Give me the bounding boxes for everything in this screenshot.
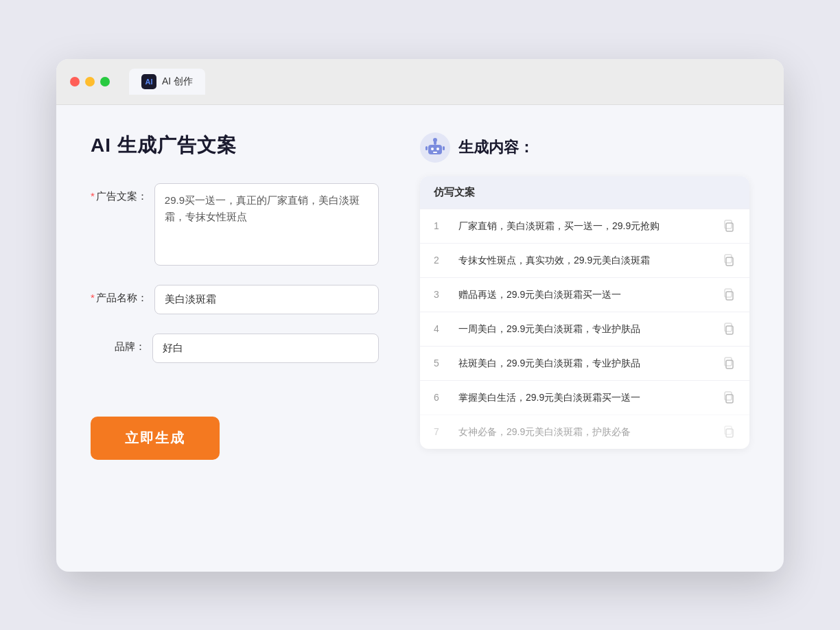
- minimize-button[interactable]: [85, 77, 95, 86]
- close-button[interactable]: [70, 77, 80, 86]
- copy-icon-5[interactable]: [722, 356, 736, 370]
- browser-tab[interactable]: AI AI 创作: [129, 69, 205, 95]
- row-num-2: 2: [434, 255, 447, 266]
- maximize-button[interactable]: [100, 77, 110, 86]
- brand-input[interactable]: [152, 334, 379, 363]
- browser-window: AI AI 创作 AI 生成广告文案 *广告文案： 29.9买一送一，真正的厂家…: [56, 59, 784, 572]
- result-table: 仿写文案 1 厂家直销，美白淡斑霜，买一送一，29.9元抢购 2 专抹女性斑点，…: [420, 176, 749, 449]
- table-header: 仿写文案: [420, 176, 749, 209]
- result-header: 生成内容：: [420, 132, 749, 163]
- result-row-1: 1 厂家直销，美白淡斑霜，买一送一，29.9元抢购: [420, 209, 749, 243]
- row-text-6: 掌握美白生活，29.9元美白淡斑霜买一送一: [458, 390, 711, 405]
- tab-label: AI 创作: [162, 75, 193, 88]
- copy-icon-3[interactable]: [722, 288, 736, 301]
- right-panel: 生成内容： 仿写文案 1 厂家直销，美白淡斑霜，买一送一，29.9元抢购 2 专…: [420, 132, 749, 544]
- ad-copy-required: *: [91, 190, 95, 202]
- page-title: AI 生成广告文案: [91, 132, 379, 159]
- svg-rect-4: [433, 152, 437, 153]
- result-row-4: 4 一周美白，29.9元美白淡斑霜，专业护肤品: [420, 312, 749, 346]
- brand-group: 品牌：: [91, 334, 379, 363]
- copy-icon-4[interactable]: [722, 322, 736, 336]
- ad-copy-group: *广告文案： 29.9买一送一，真正的厂家直销，美白淡斑霜，专抹女性斑点: [91, 183, 379, 266]
- left-panel: AI 生成广告文案 *广告文案： 29.9买一送一，真正的厂家直销，美白淡斑霜，…: [91, 132, 379, 544]
- svg-rect-8: [443, 146, 445, 150]
- result-row-5: 5 祛斑美白，29.9元美白淡斑霜，专业护肤品: [420, 346, 749, 380]
- copy-icon-1[interactable]: [722, 219, 736, 233]
- row-num-6: 6: [434, 392, 447, 403]
- result-title: 生成内容：: [458, 137, 534, 158]
- product-required: *: [91, 292, 95, 303]
- ad-copy-input[interactable]: 29.9买一送一，真正的厂家直销，美白淡斑霜，专抹女性斑点: [154, 183, 379, 266]
- row-num-5: 5: [434, 358, 447, 369]
- row-text-5: 祛斑美白，29.9元美白淡斑霜，专业护肤品: [458, 356, 711, 371]
- svg-point-6: [433, 138, 437, 142]
- generate-button[interactable]: 立即生成: [91, 417, 220, 460]
- traffic-lights: [70, 77, 110, 86]
- copy-icon-2[interactable]: [722, 253, 736, 267]
- row-num-3: 3: [434, 289, 447, 300]
- row-num-7: 7: [434, 426, 447, 437]
- svg-rect-2: [431, 148, 434, 150]
- product-name-group: *产品名称：: [91, 285, 379, 314]
- result-row-2: 2 专抹女性斑点，真实功效，29.9元美白淡斑霜: [420, 243, 749, 277]
- ad-copy-label: *广告文案：: [91, 183, 148, 203]
- row-num-1: 1: [434, 220, 447, 231]
- row-text-4: 一周美白，29.9元美白淡斑霜，专业护肤品: [458, 322, 711, 336]
- titlebar: AI AI 创作: [56, 59, 784, 105]
- browser-content: AI 生成广告文案 *广告文案： 29.9买一送一，真正的厂家直销，美白淡斑霜，…: [56, 105, 784, 572]
- result-row-7: 7 女神必备，29.9元美白淡斑霜，护肤必备: [420, 415, 749, 449]
- row-text-2: 专抹女性斑点，真实功效，29.9元美白淡斑霜: [458, 253, 711, 268]
- svg-rect-7: [425, 146, 428, 150]
- result-row-6: 6 掌握美白生活，29.9元美白淡斑霜买一送一: [420, 380, 749, 415]
- row-text-1: 厂家直销，美白淡斑霜，买一送一，29.9元抢购: [458, 219, 711, 233]
- copy-icon-7[interactable]: [722, 425, 736, 439]
- ai-tab-icon: AI: [141, 74, 156, 89]
- row-text-7: 女神必备，29.9元美白淡斑霜，护肤必备: [458, 425, 711, 439]
- copy-icon-6[interactable]: [722, 390, 736, 404]
- product-name-label: *产品名称：: [91, 285, 148, 305]
- svg-rect-3: [436, 148, 439, 150]
- row-text-3: 赠品再送，29.9元美白淡斑霜买一送一: [458, 288, 711, 302]
- row-num-4: 4: [434, 323, 447, 334]
- brand-label: 品牌：: [91, 334, 145, 353]
- result-row-3: 3 赠品再送，29.9元美白淡斑霜买一送一: [420, 277, 749, 312]
- robot-icon: [420, 132, 450, 163]
- product-name-input[interactable]: [154, 285, 379, 314]
